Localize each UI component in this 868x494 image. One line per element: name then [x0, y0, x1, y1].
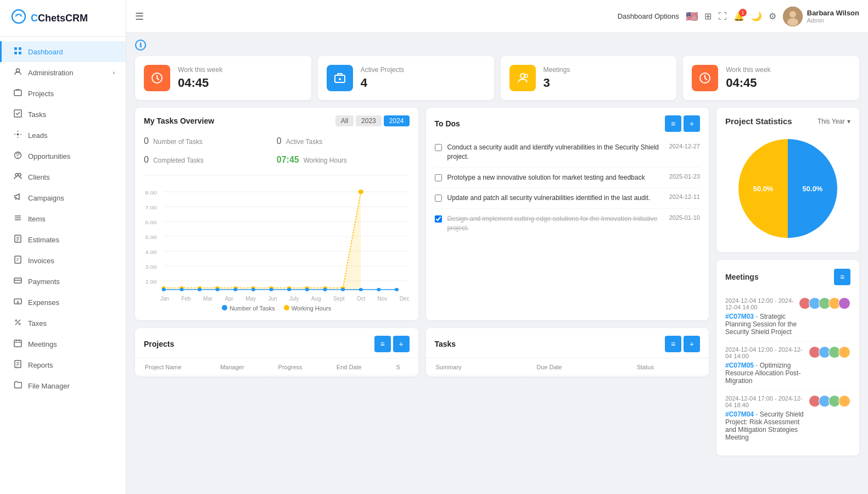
notifications-icon[interactable]: 🔔 1 — [733, 11, 744, 21]
stat-card-meetings: Meetings 3 — [501, 56, 677, 100]
legend-tasks: Number of Tasks — [222, 305, 275, 312]
todos-list-button[interactable]: ≡ — [665, 115, 681, 132]
svg-point-79 — [305, 288, 309, 291]
sidebar-item-dashboard[interactable]: Dashboard — [0, 41, 126, 62]
todo-checkbox[interactable] — [435, 215, 442, 223]
tasks-add-button[interactable]: + — [684, 336, 700, 352]
sidebar-item-meetings[interactable]: Meetings — [0, 334, 126, 354]
svg-point-73 — [198, 288, 201, 291]
payments-nav-icon — [13, 276, 23, 286]
active-tasks-value: 0 — [277, 136, 282, 146]
meetings-list-button[interactable]: ≡ — [834, 269, 850, 285]
svg-text:4.00: 4.00 — [145, 249, 157, 255]
filter-2023[interactable]: 2023 — [356, 115, 382, 126]
theme-icon[interactable]: 🌙 — [751, 11, 762, 21]
month-feb: Feb — [181, 296, 191, 302]
meeting-item-m2: 2024-12-04 12:00 - 2024-12-04 14:00 #C07… — [725, 342, 850, 391]
svg-rect-2 — [19, 47, 21, 50]
sidebar-item-campaigns[interactable]: Campaigns — [0, 187, 126, 208]
todo-text: Prototype a new innovative solution for … — [447, 173, 664, 182]
meeting-title[interactable]: #C07M05 - Optimizing Resource Allocation… — [725, 362, 809, 385]
working-hours-label: Working Hours — [304, 157, 347, 164]
file-manager-nav-icon — [13, 381, 23, 391]
sidebar-item-label: Estimates — [28, 236, 59, 244]
sidebar-item-payments[interactable]: Payments — [0, 271, 126, 292]
sidebar-item-clients[interactable]: Clients — [0, 166, 126, 187]
sidebar-item-leads[interactable]: Leads — [0, 125, 126, 146]
stat-info-work-week-2: Work this week 04:45 — [726, 66, 770, 90]
sidebar-item-projects[interactable]: Projects — [0, 83, 126, 104]
settings-icon[interactable]: ⚙ — [769, 11, 776, 21]
svg-text:3.00: 3.00 — [145, 264, 157, 270]
sidebar-item-label: Clients — [28, 173, 50, 181]
projects-add-button[interactable]: + — [393, 336, 410, 352]
grid-icon[interactable]: ⊞ — [704, 11, 712, 21]
language-flag[interactable]: 🇺🇸 — [686, 10, 698, 23]
sidebar-item-label: Leads — [28, 131, 47, 140]
todos-add-button[interactable]: + — [684, 115, 700, 132]
dashboard-nav-icon — [13, 47, 23, 57]
sidebar-item-opportunities[interactable]: Opportunities — [0, 146, 126, 166]
sidebar-item-invoices[interactable]: Invoices — [0, 250, 126, 271]
todo-text: Update and patch all security vulnerabil… — [447, 193, 664, 203]
sidebar-item-file-manager[interactable]: File Manager — [0, 375, 126, 396]
info-icon[interactable]: ℹ — [135, 40, 146, 51]
todo-checkbox[interactable] — [435, 174, 442, 181]
sidebar-item-label: File Manager — [28, 382, 70, 390]
hamburger-menu[interactable]: ☰ — [135, 10, 144, 23]
sidebar-item-expenses[interactable]: Expenses — [0, 292, 126, 313]
left-column: My Tasks Overview All 2023 2024 — [135, 108, 709, 456]
month-jul: July — [289, 296, 299, 302]
chevron-down-icon: ▾ — [847, 118, 850, 125]
meetings-panel-header: Meetings ≡ — [725, 269, 850, 285]
project-stats-filter[interactable]: This Year ▾ — [817, 118, 850, 125]
sidebar-item-administration[interactable]: Administration › — [0, 62, 126, 83]
stat-icon-meetings — [509, 65, 536, 91]
tasks-list-button[interactable]: ≡ — [665, 336, 681, 352]
month-jun: Jun — [268, 296, 277, 302]
meeting-title[interactable]: #C07M03 - Strategic Planning Session for… — [725, 313, 799, 336]
number-of-tasks: 0 Number of Tasks — [144, 132, 277, 151]
filter-2024[interactable]: 2024 — [384, 115, 410, 126]
todo-checkbox[interactable] — [435, 195, 442, 202]
todo-checkbox[interactable] — [435, 144, 442, 151]
filter-all[interactable]: All — [335, 115, 354, 126]
topbar: ☰ Dashboard Options 🇺🇸 ⊞ ⛶ 🔔 1 🌙 ⚙ — [126, 0, 868, 33]
chevron-icon: › — [113, 69, 115, 76]
working-hours: 07:45 Working Hours — [277, 151, 410, 169]
projects-list-button[interactable]: ≡ — [374, 336, 391, 352]
tasks-table-card: Tasks ≡ + Summary Due Da — [426, 328, 709, 376]
fullscreen-icon[interactable]: ⛶ — [718, 12, 727, 21]
logo[interactable]: CChetsCRM — [0, 0, 126, 37]
chart-months: Jan Feb Mar Apr May Jun July Aug Sept — [144, 296, 410, 302]
svg-point-71 — [162, 288, 166, 291]
projects-table-actions: ≡ + — [374, 336, 410, 352]
todo-item: Conduct a security audit and identify vu… — [435, 137, 701, 168]
full-layout: My Tasks Overview All 2023 2024 — [135, 108, 859, 456]
col-summary: Summary — [427, 359, 527, 375]
svg-point-36 — [789, 11, 796, 18]
projects-nav-icon — [13, 88, 23, 98]
sidebar-item-reports[interactable]: Reports — [0, 354, 126, 375]
svg-point-77 — [269, 288, 273, 291]
meetings-panel-title: Meetings — [725, 273, 759, 281]
meeting-title[interactable]: #C07M04 - Security Shield Project: Risk … — [725, 410, 809, 441]
todo-text: Design and implement cutting-edge soluti… — [447, 214, 664, 233]
month-apr: Apr — [225, 296, 233, 302]
sidebar-item-taxes[interactable]: Taxes — [0, 313, 126, 334]
stat-icon-work-week-1 — [144, 65, 170, 91]
svg-point-40 — [339, 78, 341, 80]
svg-point-84 — [395, 288, 399, 291]
user-profile[interactable]: Barbara Wilson Admin — [783, 7, 859, 26]
sidebar-item-tasks[interactable]: Tasks — [0, 104, 126, 125]
content-area: ℹ Work this week 04:45 Active Projects 4… — [126, 33, 868, 494]
bottom-grid: Projects ≡ + Project Name — [135, 328, 709, 376]
svg-text:7.00: 7.00 — [145, 205, 157, 210]
sidebar-item-items[interactable]: Items — [0, 208, 126, 229]
stat-value-meetings: 3 — [544, 76, 570, 90]
sidebar-item-estimates[interactable]: Estimates — [0, 229, 126, 250]
svg-point-70 — [358, 190, 363, 194]
chart-legend: Number of Tasks Working Hours — [144, 305, 410, 312]
dashboard-options-label[interactable]: Dashboard Options — [618, 12, 679, 20]
items-nav-icon — [13, 214, 23, 224]
